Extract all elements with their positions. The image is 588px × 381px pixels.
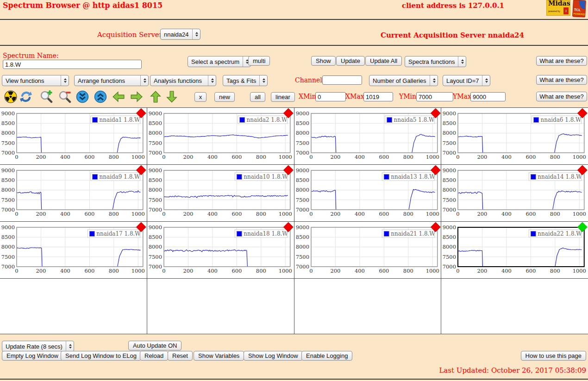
auto-update-button[interactable]: Auto Update ON [128,341,181,350]
y-tick-label: 7000 [149,263,162,270]
legend-label: nnaida18 1.8.W [244,231,288,237]
new-button[interactable]: new [214,92,235,102]
spectrum-chart: 7000750080008500900002004006008001000nna… [441,108,588,164]
number-of-galleries-select[interactable]: Number of Galleries [369,75,438,86]
y-tick-label: 8000 [295,244,309,250]
show-button[interactable]: Show [311,56,336,66]
show-variables-button[interactable]: Show Variables [194,351,244,361]
chart-panel-nnaida13[interactable]: 7000750080008500900002004006008001000nna… [294,165,441,221]
x-tick-label: 0 [162,211,165,217]
channel-input[interactable] [322,75,362,85]
xmax-input[interactable] [363,92,393,101]
chart-panel-nnaida5[interactable]: 7000750080008500900002004006008001000nna… [294,108,441,164]
spectrum-name-input[interactable] [3,60,142,69]
spectra-functions-select[interactable]: Spectra functions [405,56,466,67]
x-tick-label: 800 [109,268,119,274]
ymax-input[interactable] [470,92,506,101]
update-rate-select[interactable]: Update Rate (8 secs) [2,341,74,352]
select-spinner-icon [208,75,214,86]
spectrum-chart: 7000750080008500900002004006008001000nna… [294,165,441,221]
refresh-icon[interactable] [19,90,32,103]
y-tick-label: 7500 [443,140,456,146]
x-tick-label: 400 [60,211,70,217]
y-tick-label: 7500 [1,140,15,146]
x-tick-label: 400 [354,211,364,217]
divider [0,45,588,46]
x-tick-label: 1000 [278,211,292,217]
chart-panel-nnaida22[interactable]: 7000750080008500900002004006008001000nna… [441,222,588,278]
chart-panel-nnaida14[interactable]: 7000750080008500900002004006008001000nna… [441,165,588,221]
pan-down-icon[interactable] [165,90,178,103]
x-tick-label: 400 [501,211,512,217]
chart-panel-nnaida1[interactable]: 7000750080008500900002004006008001000nna… [0,108,147,164]
update-all-button[interactable]: Update All [365,56,402,66]
spectrum-chart: 7000750080008500900002004006008001000nna… [294,222,441,278]
view-functions-select[interactable]: View functions [2,75,69,86]
chart-panel-nnaida10[interactable]: 7000750080008500900002004006008001000nna… [147,165,294,221]
spectrum-line [118,250,141,267]
legend-label: nnaida10 1.8.W [244,174,288,180]
chart-panel-nnaida2[interactable]: 7000750080008500900002004006008001000nna… [147,108,294,164]
x-tick-label: 200 [330,268,340,274]
ymin-input[interactable] [416,92,453,101]
scroll-up-icon[interactable] [94,90,107,103]
radiation-icon[interactable] [4,90,17,103]
y-tick-label: 7500 [295,254,309,260]
acquisition-server-select[interactable]: nnaida24 [160,29,200,40]
pan-right-icon[interactable] [130,90,143,103]
analysis-functions-select[interactable]: Analysis functions [150,75,216,86]
spectrum-chart: 7000750080008500900002004006008001000nna… [441,165,588,221]
y-tick-label: 8500 [443,177,456,183]
send-log-window-button[interactable]: Send Log Window to ELog [61,351,141,361]
update-button[interactable]: Update [336,56,365,66]
what-are-these-button-3[interactable]: What are these? [536,92,587,101]
y-tick-label: 9000 [149,110,162,117]
zoom-in-icon[interactable] [40,90,53,103]
reset-button[interactable]: Reset [168,351,193,361]
chart-panel-nnaida21[interactable]: 7000750080008500900002004006008001000nna… [294,222,441,278]
all-button[interactable]: all [250,92,265,102]
spectrum-line [164,135,288,138]
tags-fits-select[interactable]: Tags & Fits [223,75,268,86]
multi-button[interactable]: multi [248,56,270,66]
select-a-spectrum-select[interactable]: Select a spectrum [188,56,251,67]
chart-panel-nnaida6[interactable]: 7000750080008500900002004006008001000nna… [441,108,588,164]
xmin-input[interactable] [315,92,346,101]
enable-logging-button[interactable]: Enable Logging [301,351,352,361]
y-tick-label: 8500 [295,177,309,183]
reload-button[interactable]: Reload [140,351,168,361]
zoom-out-icon[interactable] [58,90,71,103]
y-tick-label: 7000 [149,150,162,156]
x-tick-label: 400 [207,154,218,160]
chart-panel-nnaida9[interactable]: 7000750080008500900002004006008001000nna… [0,165,147,221]
number-of-galleries-label: Number of Galleries [373,77,426,84]
spectrum-chart: 7000750080008500900002004006008001000nna… [147,108,294,164]
x-tick-label: 0 [309,211,313,217]
arrange-functions-select[interactable]: Arrange functions [74,75,149,86]
layout-id-select[interactable]: Layout ID=7 [443,75,490,86]
pan-left-icon[interactable] [112,90,125,103]
how-to-use-button[interactable]: How to use this page [521,351,586,361]
what-are-these-button-1[interactable]: What are these? [536,56,587,66]
show-log-window-button[interactable]: Show Log Window [244,351,303,361]
empty-log-window-button[interactable]: Empty Log Window [2,351,63,361]
analysis-functions-label: Analysis functions [154,77,202,84]
scroll-down-icon[interactable] [76,90,89,103]
legend-label: nnaida9 1.8.W [100,174,140,180]
empty-cell [294,279,441,334]
y-tick-label: 7000 [1,150,15,156]
x-tick-label: 1000 [131,154,145,160]
x-tick-label: 200 [36,268,46,274]
midas-logo-text: Midas [547,0,570,6]
chart-panel-nnaida18[interactable]: 7000750080008500900002004006008001000nna… [147,222,294,278]
chart-panel-nnaida17[interactable]: 7000750080008500900002004006008001000nna… [0,222,147,278]
pan-up-icon[interactable] [149,90,162,103]
legend-label: nnaida2 1.8.W [246,117,287,123]
what-are-these-button-2[interactable]: What are these? [536,75,587,85]
x-button[interactable]: x [194,92,206,102]
y-tick-label: 8000 [443,187,456,193]
x-tick-label: 600 [231,211,242,217]
spectrum-name-label: Spectrum Name: [3,52,59,59]
channel-label: Channel: [295,76,325,84]
linear-button[interactable]: linear [271,92,295,102]
